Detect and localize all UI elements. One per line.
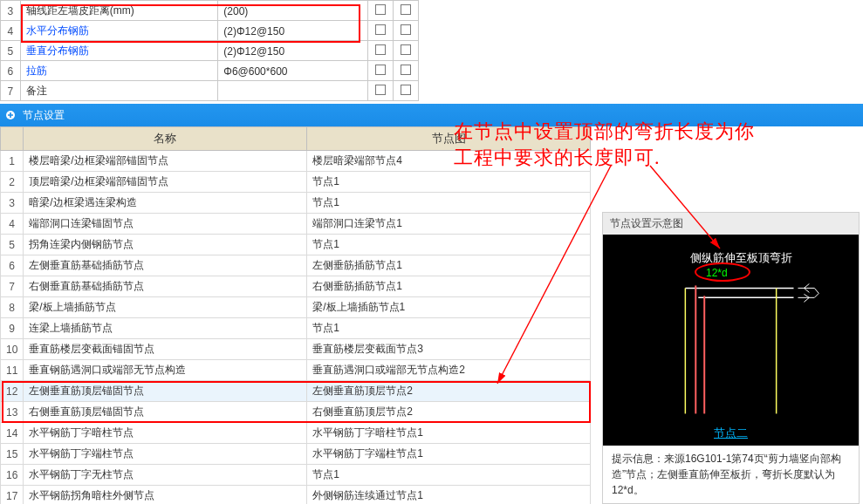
node-index: 15 (1, 444, 24, 465)
rebar-row[interactable]: 7备注 (1, 81, 419, 101)
node-image[interactable]: 节点1 (307, 193, 591, 214)
preview-link[interactable]: 节点二 (603, 426, 859, 441)
node-name[interactable]: 连梁上墙插筋节点 (24, 318, 307, 339)
row-chk1[interactable] (367, 21, 393, 41)
node-row[interactable]: 8梁/板上墙插筋节点梁/板上墙插筋节点1 (1, 297, 591, 318)
node-index: 2 (1, 172, 24, 193)
node-name[interactable]: 水平钢筋拐角暗柱外侧节点 (24, 486, 307, 505)
row-chk2[interactable] (393, 61, 418, 81)
panel-title: 节点设置 (23, 108, 65, 123)
row-value[interactable]: (2)Φ12@150 (218, 41, 367, 61)
schematic-preview: 侧纵筋伸至板顶弯折 12*d 节点二 (603, 235, 859, 446)
node-image[interactable]: 右侧垂直筋顶层节点2 (307, 402, 591, 423)
node-image[interactable]: 节点1 (307, 465, 591, 486)
node-image[interactable]: 右侧垂筋插筋节点1 (307, 276, 591, 297)
node-row[interactable]: 14水平钢筋丁字暗柱节点水平钢筋丁字暗柱节点1 (1, 423, 591, 444)
row-chk2[interactable] (393, 81, 418, 101)
node-image[interactable]: 垂直筋遇洞口或端部无节点构造2 (307, 360, 591, 381)
row-index: 4 (1, 21, 21, 41)
node-row[interactable]: 16水平钢筋丁字无柱节点节点1 (1, 465, 591, 486)
row-chk1[interactable] (367, 61, 393, 81)
tip-label: 提示信息： (612, 453, 664, 465)
rebar-row[interactable]: 3轴线距左墙皮距离(mm)(200) (1, 1, 419, 21)
node-name[interactable]: 梁/板上墙插筋节点 (24, 297, 307, 318)
node-index: 8 (1, 297, 24, 318)
row-label[interactable]: 拉筋 (20, 61, 218, 81)
row-chk1[interactable] (367, 81, 393, 101)
node-image[interactable]: 垂直筋楼层变截面节点3 (307, 339, 591, 360)
row-chk2[interactable] (393, 21, 418, 41)
node-image[interactable]: 左侧垂筋插筋节点1 (307, 255, 591, 276)
node-row[interactable]: 12左侧垂直筋顶层锚固节点左侧垂直筋顶层节点2 (1, 381, 591, 402)
node-index: 3 (1, 193, 24, 214)
node-name[interactable]: 水平钢筋丁字无柱节点 (24, 465, 307, 486)
row-label[interactable]: 水平分布钢筋 (20, 21, 218, 41)
node-name[interactable]: 顶层暗梁/边框梁端部锚固节点 (24, 172, 307, 193)
row-label[interactable]: 轴线距左墙皮距离(mm) (20, 1, 218, 21)
row-index: 6 (1, 61, 21, 81)
schematic-header: 节点设置示意图 (603, 213, 859, 235)
node-index: 1 (1, 151, 24, 172)
row-chk1[interactable] (367, 1, 393, 21)
node-name[interactable]: 左侧垂直筋基础插筋节点 (24, 255, 307, 276)
node-index: 4 (1, 214, 24, 235)
node-image[interactable]: 节点1 (307, 172, 591, 193)
node-image[interactable]: 外侧钢筋连续通过节点1 (307, 486, 591, 505)
node-name[interactable]: 垂直钢筋遇洞口或端部无节点构造 (24, 360, 307, 381)
node-name[interactable]: 右侧垂直筋基础插筋节点 (24, 276, 307, 297)
node-row[interactable]: 1楼层暗梁/边框梁端部锚固节点楼层暗梁端部节点4 (1, 151, 591, 172)
node-image[interactable]: 水平钢筋丁字端柱节点1 (307, 444, 591, 465)
node-row[interactable]: 5拐角连梁内侧钢筋节点节点1 (1, 235, 591, 255)
node-name[interactable]: 暗梁/边框梁遇连梁构造 (24, 193, 307, 214)
node-row[interactable]: 2顶层暗梁/边框梁端部锚固节点节点1 (1, 172, 591, 193)
node-index: 14 (1, 423, 24, 444)
row-value[interactable]: Φ6@600*600 (218, 61, 367, 81)
node-name[interactable]: 左侧垂直筋顶层锚固节点 (24, 381, 307, 402)
node-name[interactable]: 楼层暗梁/边框梁端部锚固节点 (24, 151, 307, 172)
node-name[interactable]: 端部洞口连梁锚固节点 (24, 214, 307, 235)
node-index: 7 (1, 276, 24, 297)
tip-text-block: 提示信息：来源16G101-1第74页“剪力墙竖向部构造”节点；左侧垂直筋伸至板… (603, 446, 859, 503)
node-row[interactable]: 13右侧垂直筋顶层锚固节点右侧垂直筋顶层节点2 (1, 402, 591, 423)
panel-titlebar[interactable]: 节点设置 (0, 104, 863, 126)
node-name[interactable]: 水平钢筋丁字暗柱节点 (24, 423, 307, 444)
row-index: 7 (1, 81, 21, 101)
node-row[interactable]: 10垂直筋楼层变截面锚固节点垂直筋楼层变截面节点3 (1, 339, 591, 360)
row-chk2[interactable] (393, 41, 418, 61)
node-index: 13 (1, 402, 24, 423)
node-image[interactable]: 水平钢筋丁字暗柱节点1 (307, 423, 591, 444)
rebar-row[interactable]: 5垂直分布钢筋(2)Φ12@150 (1, 41, 419, 61)
row-chk1[interactable] (367, 41, 393, 61)
rebar-property-table: 3轴线距左墙皮距离(mm)(200)4水平分布钢筋(2)Φ12@1505垂直分布… (0, 0, 419, 101)
node-image[interactable]: 节点1 (307, 235, 591, 255)
pin-icon[interactable] (3, 108, 17, 122)
node-row[interactable]: 3暗梁/边框梁遇连梁构造节点1 (1, 193, 591, 214)
node-name[interactable]: 垂直筋楼层变截面锚固节点 (24, 339, 307, 360)
node-index: 9 (1, 318, 24, 339)
node-name[interactable]: 右侧垂直筋顶层锚固节点 (24, 402, 307, 423)
node-row[interactable]: 6左侧垂直筋基础插筋节点左侧垂筋插筋节点1 (1, 255, 591, 276)
node-image[interactable]: 端部洞口连梁节点1 (307, 214, 591, 235)
node-image[interactable]: 左侧垂直筋顶层节点2 (307, 381, 591, 402)
rebar-row[interactable]: 6拉筋Φ6@600*600 (1, 61, 419, 81)
node-image[interactable]: 楼层暗梁端部节点4 (307, 151, 591, 172)
row-value[interactable]: (2)Φ12@150 (218, 21, 367, 41)
node-image[interactable]: 节点1 (307, 318, 591, 339)
node-row[interactable]: 4端部洞口连梁锚固节点端部洞口连梁节点1 (1, 214, 591, 235)
row-index: 5 (1, 41, 21, 61)
node-image[interactable]: 梁/板上墙插筋节点1 (307, 297, 591, 318)
node-row[interactable]: 9连梁上墙插筋节点节点1 (1, 318, 591, 339)
node-row[interactable]: 11垂直钢筋遇洞口或端部无节点构造垂直筋遇洞口或端部无节点构造2 (1, 360, 591, 381)
node-name[interactable]: 水平钢筋丁字端柱节点 (24, 444, 307, 465)
node-row[interactable]: 15水平钢筋丁字端柱节点水平钢筋丁字端柱节点1 (1, 444, 591, 465)
node-name[interactable]: 拐角连梁内侧钢筋节点 (24, 235, 307, 255)
node-row[interactable]: 7右侧垂直筋基础插筋节点右侧垂筋插筋节点1 (1, 276, 591, 297)
row-value[interactable] (218, 81, 367, 101)
row-value[interactable]: (200) (218, 1, 367, 21)
row-label[interactable]: 备注 (20, 81, 218, 101)
node-row[interactable]: 17水平钢筋拐角暗柱外侧节点外侧钢筋连续通过节点1 (1, 486, 591, 505)
row-chk2[interactable] (393, 1, 418, 21)
rebar-row[interactable]: 4水平分布钢筋(2)Φ12@150 (1, 21, 419, 41)
row-label[interactable]: 垂直分布钢筋 (20, 41, 218, 61)
col-name: 名称 (24, 127, 307, 151)
